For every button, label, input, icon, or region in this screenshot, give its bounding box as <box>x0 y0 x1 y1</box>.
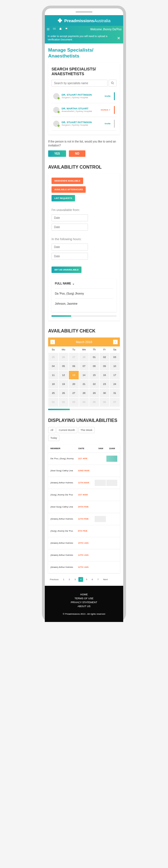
filter-all[interactable]: All <box>48 427 55 433</box>
cal-dow: Sa <box>110 346 120 353</box>
calendar-day[interactable]: 15 <box>89 371 99 379</box>
calendar-day[interactable]: 14 <box>79 371 89 379</box>
calendar-day[interactable]: 05 <box>89 398 99 406</box>
calendar-day[interactable]: 02 <box>99 353 110 362</box>
footer-link[interactable]: PRIVACY STATEMENT <box>48 600 120 604</box>
avatar <box>53 121 59 127</box>
filter-today[interactable]: Today <box>48 435 59 441</box>
calendar-day[interactable]: 05 <box>58 362 69 371</box>
page-item[interactable]: 1 <box>61 577 66 582</box>
next-month-button[interactable]: › <box>113 340 118 344</box>
date-from-input[interactable] <box>51 214 88 221</box>
calendar-day[interactable]: 28 <box>79 353 89 362</box>
search-button[interactable] <box>109 80 117 87</box>
calendar-day[interactable]: 03 <box>69 398 79 406</box>
hours-from-input[interactable] <box>51 244 88 250</box>
filter-current-month[interactable]: Current Month <box>56 427 77 433</box>
specialist-item[interactable]: DR. MARTHA STUART Anaesthetist | Sydney … <box>51 103 117 117</box>
page-item[interactable]: 3 <box>73 577 77 582</box>
calendar-day[interactable]: 27 <box>69 389 79 398</box>
row-member: Da 'Poo, (Surg) Jhonny <box>50 457 78 460</box>
bell-icon[interactable] <box>59 28 62 31</box>
calendar-day[interactable]: 09 <box>99 362 110 371</box>
availability-chip[interactable]: LIST REQUESTS <box>51 195 75 202</box>
col-9am: 9AM <box>95 447 107 450</box>
apps-icon[interactable] <box>53 28 56 31</box>
no-button[interactable]: NO <box>69 150 85 157</box>
footer-link[interactable]: TERMS OF USE <box>48 596 120 600</box>
filter-this-week[interactable]: This Week <box>78 427 95 433</box>
name-row[interactable]: Da 'Poo, (Surg) Jhonny <box>55 288 113 299</box>
calendar-day[interactable]: 26 <box>58 389 69 398</box>
full-name-header[interactable]: FULL NAME ⌄ <box>55 282 113 285</box>
invite-action[interactable]: Invite <box>105 122 111 125</box>
time-slot <box>107 540 117 546</box>
calendar-day[interactable]: 10 <box>110 362 120 371</box>
invite-action[interactable]: Invited ✓ <box>101 108 111 111</box>
calendar-day[interactable]: 11 <box>48 371 58 379</box>
date-to-input[interactable] <box>51 224 88 230</box>
availability-chip[interactable]: WEEKENDS AVAILABLE <box>51 178 83 184</box>
page-item[interactable]: Previous <box>48 577 60 582</box>
unavail-heading: DISPLAYING UNAVAILABILITIES <box>48 418 120 423</box>
row-date: 29TH FEB <box>78 505 94 508</box>
prev-month-button[interactable]: ‹ <box>50 340 55 344</box>
page-item[interactable]: 2 <box>67 577 72 582</box>
page-item[interactable]: 5 <box>84 577 89 582</box>
calendar-day[interactable]: 16 <box>99 371 110 379</box>
calendar-day[interactable]: 17 <box>110 371 120 379</box>
calendar-day[interactable]: 27 <box>69 353 79 362</box>
row-member: (Anaes) Arthur Holmes <box>50 518 78 520</box>
specialist-item[interactable]: DR. STUART PATTINSON Surgeon | Sydney Ho… <box>51 90 117 103</box>
page-item[interactable]: 6 <box>90 577 94 582</box>
alert-text: In order to accept payments you will nee… <box>48 35 117 41</box>
page-item[interactable]: 7 <box>96 577 100 582</box>
calendar-day[interactable]: 04 <box>79 398 89 406</box>
calendar-day[interactable]: 26 <box>58 353 69 362</box>
yes-button[interactable]: YES <box>48 150 66 157</box>
row-date: 1ST APR <box>78 457 94 460</box>
availability-chip[interactable]: AVAILABLE AFTERHOURS <box>51 186 86 193</box>
footer-link[interactable]: HOME <box>48 592 120 596</box>
name-row[interactable]: Johnson, Jasmine <box>55 299 113 309</box>
calendar-day[interactable]: 03 <box>110 353 120 362</box>
page-title: Manage Specialists/ Anaesthetists <box>48 48 120 59</box>
flag-icon[interactable] <box>65 28 68 31</box>
calendar-day[interactable]: 06 <box>69 362 79 371</box>
set-unavailable-button[interactable]: SET AS UNAVAILABLE <box>51 267 81 273</box>
calendar-day[interactable]: 25 <box>48 353 58 362</box>
calendar-day[interactable]: 31 <box>110 389 120 398</box>
hours-to-input[interactable] <box>51 253 88 260</box>
close-icon[interactable]: ✕ <box>117 36 120 40</box>
footer-link[interactable]: ABOUT US <box>48 604 120 608</box>
calendar-day[interactable]: 28 <box>79 389 89 398</box>
calendar-day[interactable]: 21 <box>79 379 89 389</box>
search-input[interactable] <box>51 80 108 87</box>
menu-icon[interactable] <box>46 28 50 31</box>
page-item[interactable]: 4 <box>78 577 83 582</box>
calendar-day[interactable]: 23 <box>99 379 110 389</box>
calendar-day[interactable]: 22 <box>89 379 99 389</box>
page-item[interactable]: Next <box>101 577 109 582</box>
calendar-day[interactable]: 07 <box>110 398 120 406</box>
calendar-day[interactable]: 01 <box>48 398 58 406</box>
invite-action[interactable]: Invite <box>105 95 111 97</box>
specialist-item[interactable]: DR. STUART PATTINSON Surgeon | Sydney Ho… <box>51 117 117 131</box>
calendar-day[interactable]: 06 <box>99 398 110 406</box>
calendar-day[interactable]: 20 <box>69 379 79 389</box>
unavail-row: (Anaes) Arthur Holmes 15TH JAN <box>48 537 120 549</box>
calendar-day[interactable]: 24 <box>110 379 120 389</box>
calendar-day[interactable]: 08 <box>89 362 99 371</box>
calendar-day[interactable]: 02 <box>58 398 69 406</box>
calendar-day[interactable]: 01 <box>89 353 99 362</box>
calendar-day[interactable]: 30 <box>99 389 110 398</box>
calendar-day[interactable]: 29 <box>89 389 99 398</box>
calendar-day[interactable]: 04 <box>48 362 58 371</box>
calendar-day[interactable]: 12 <box>58 371 69 379</box>
avatar <box>53 107 59 113</box>
calendar-day[interactable]: 13 <box>69 371 79 379</box>
calendar-day[interactable]: 18 <box>48 379 58 389</box>
calendar-day[interactable]: 07 <box>79 362 89 371</box>
calendar-day[interactable]: 25 <box>48 389 58 398</box>
calendar-day[interactable]: 19 <box>58 379 69 389</box>
